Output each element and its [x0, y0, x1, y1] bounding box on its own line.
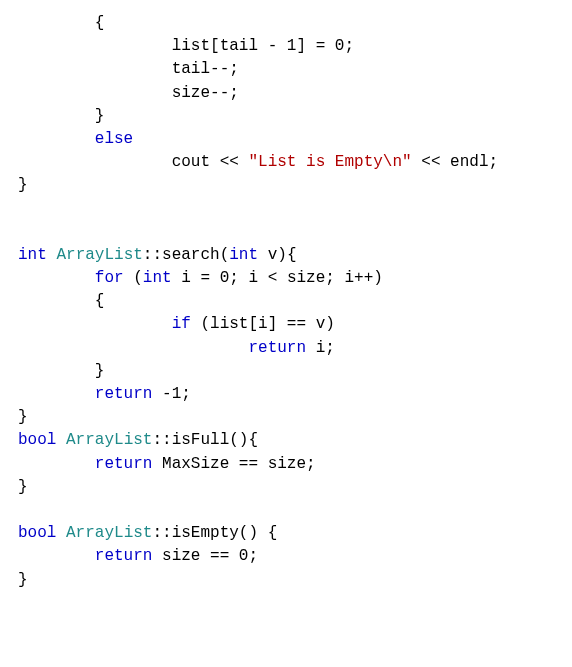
code-token: ArrayList	[66, 431, 152, 449]
code-token: 0	[220, 269, 230, 287]
code-token: cout <<	[18, 153, 248, 171]
code-token	[18, 339, 248, 357]
code-token: int	[18, 246, 47, 264]
code-token: }	[18, 362, 104, 380]
code-token: list[tail -	[18, 37, 287, 55]
code-token: v){	[258, 246, 296, 264]
code-token	[18, 455, 95, 473]
code-token: }	[18, 408, 28, 426]
code-token: ::isEmpty() {	[152, 524, 277, 542]
code-token: "List is Empty\n"	[248, 153, 411, 171]
code-token: i =	[172, 269, 220, 287]
code-token	[56, 524, 66, 542]
code-token: MaxSize == size;	[152, 455, 315, 473]
code-token: ;	[181, 385, 191, 403]
code-token: else	[95, 130, 133, 148]
code-token: -	[152, 385, 171, 403]
code-token	[47, 246, 57, 264]
code-token: return	[95, 455, 153, 473]
code-token: int	[229, 246, 258, 264]
code-token: 1	[172, 385, 182, 403]
code-token: (list[i] == v)	[191, 315, 335, 333]
code-token: }	[18, 478, 28, 496]
code-block: { list[tail - 1] = 0; tail--; size--; } …	[0, 0, 572, 610]
code-token	[18, 130, 95, 148]
code-token: bool	[18, 431, 56, 449]
code-token	[18, 315, 172, 333]
code-token: {	[18, 292, 104, 310]
code-token: size--;	[18, 84, 239, 102]
code-token: 0	[239, 547, 249, 565]
code-token	[18, 547, 95, 565]
code-token	[18, 269, 95, 287]
code-token: ::isFull(){	[152, 431, 258, 449]
code-token: size ==	[152, 547, 238, 565]
code-token: ;	[344, 37, 354, 55]
code-token: ::search(	[143, 246, 229, 264]
code-token: int	[143, 269, 172, 287]
code-token: if	[172, 315, 191, 333]
code-token: }	[18, 107, 104, 125]
code-token: << endl;	[412, 153, 498, 171]
code-token	[56, 431, 66, 449]
code-token: }	[18, 571, 28, 589]
code-token: ArrayList	[66, 524, 152, 542]
code-token: ] =	[296, 37, 334, 55]
code-token: return	[95, 547, 153, 565]
code-token: tail--;	[18, 60, 239, 78]
code-token: for	[95, 269, 124, 287]
code-token: bool	[18, 524, 56, 542]
code-token: (	[124, 269, 143, 287]
code-token: i;	[306, 339, 335, 357]
code-token: ;	[248, 547, 258, 565]
code-token: }	[18, 176, 28, 194]
code-token: ; i < size; i++)	[229, 269, 383, 287]
code-token: 1	[287, 37, 297, 55]
code-token: ArrayList	[56, 246, 142, 264]
code-token: return	[248, 339, 306, 357]
code-token	[18, 385, 95, 403]
code-token: {	[18, 14, 104, 32]
code-token: return	[95, 385, 153, 403]
